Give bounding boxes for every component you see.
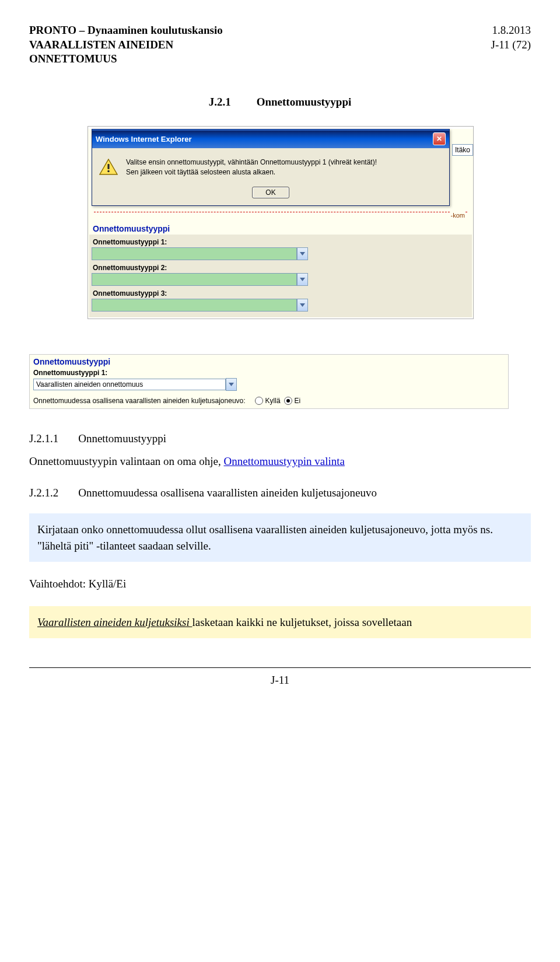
header-right: 1.8.2013 J-11 (72) — [491, 23, 531, 67]
dialog-line-2: Sen jälkeen voit täyttää selosteen alust… — [126, 167, 377, 177]
form2-title: Onnettomuustyyppi — [30, 355, 508, 368]
sub1-paragraph: Onnettomuustyypin valintaan on oma ohje,… — [29, 453, 531, 470]
form1-label-1: Onnettomuustyyppi 1: — [92, 237, 470, 247]
транспорт-vehicle-question-row: Onnettomuudessa osallisena vaarallisten … — [30, 393, 508, 408]
info-box-blue: Kirjataan onko onnettomuudessa ollut osa… — [29, 513, 531, 562]
dialog-titlebar: Windows Internet Explorer ✕ — [92, 130, 449, 148]
close-icon: ✕ — [436, 135, 442, 143]
ok-button[interactable]: OK — [252, 187, 289, 198]
dialog-title: Windows Internet Explorer — [96, 135, 192, 144]
chevron-down-icon[interactable] — [226, 378, 237, 391]
question-text: Onnettomuudessa osallisena vaarallisten … — [33, 397, 246, 405]
options-paragraph: Vaihtoehdot: Kyllä/Ei — [29, 576, 531, 592]
chevron-down-icon[interactable] — [297, 247, 308, 260]
obscured-red-text: -kom — [94, 212, 467, 221]
subheading-2: J.2.1.2 Onnettomuudessa osallisena vaara… — [29, 487, 531, 499]
svg-marker-4 — [300, 278, 305, 281]
sub1-number: J.2.1.1 — [29, 432, 58, 445]
accident-type-1-select[interactable]: Vaarallisten aineiden onnettomuus — [33, 379, 226, 390]
header-title-3: ONNETTOMUUS — [29, 52, 223, 67]
form2-label-1: Onnettomuustyyppi 1: — [30, 368, 508, 378]
footer-divider — [29, 667, 531, 668]
sub1-text: Onnettomuustyypin valintaan on oma ohje, — [29, 455, 224, 467]
section-number: J.2.1 — [209, 96, 231, 109]
dialog-line-1: Valitse ensin onnettomuustyypit, vähintä… — [126, 158, 377, 167]
radio-no[interactable] — [284, 397, 292, 405]
chevron-down-icon[interactable] — [297, 273, 308, 286]
header-title-2: VAARALLISTEN AINEIDEN — [29, 38, 223, 53]
form1-label-3: Onnettomuustyyppi 3: — [92, 288, 470, 299]
alert-dialog: Windows Internet Explorer ✕ Valitse ensi… — [92, 129, 450, 206]
footer-page: J-11 — [29, 674, 531, 687]
sub2-number: J.2.1.2 — [29, 487, 58, 499]
screenshot-dialog: Itäko Windows Internet Explorer ✕ Valit — [88, 126, 474, 319]
accident-type-1-dropdown[interactable] — [92, 247, 297, 260]
background-dropdown-fragment: Itäko — [452, 144, 473, 156]
sub2-title: Onnettomuudessa osallisena vaarallisten … — [78, 487, 377, 499]
yellow-rest: lasketaan kaikki ne kuljetukset, joissa … — [192, 616, 412, 628]
bluebox-text: Kirjataan onko onnettomuudessa ollut osa… — [37, 523, 493, 552]
header-left: PRONTO – Dynaaminen koulutuskansio VAARA… — [29, 23, 223, 67]
accident-type-3-dropdown[interactable] — [92, 299, 297, 312]
header-date: 1.8.2013 — [491, 23, 531, 38]
section-heading: J.2.1 Onnettomuustyyppi — [29, 96, 531, 109]
close-button[interactable]: ✕ — [433, 132, 446, 145]
svg-marker-5 — [300, 303, 305, 307]
header-page: J-11 (72) — [491, 38, 531, 53]
svg-marker-6 — [229, 383, 234, 386]
svg-rect-1 — [107, 164, 109, 169]
radio-yes[interactable] — [255, 397, 263, 405]
warning-icon — [99, 159, 118, 175]
yellow-lead: Vaarallisten aineiden kuljetuksiksi — [37, 616, 192, 628]
info-box-yellow: Vaarallisten aineiden kuljetuksiksi lask… — [29, 606, 531, 639]
dialog-message: Valitse ensin onnettomuustyypit, vähintä… — [126, 158, 377, 177]
subheading-1: J.2.1.1 Onnettomuustyyppi — [29, 432, 531, 445]
kom-fragment: -kom — [451, 212, 465, 219]
form1-label-2: Onnettomuustyyppi 2: — [92, 263, 470, 273]
radio-yes-label: Kyllä — [265, 397, 281, 405]
radio-no-label: Ei — [295, 397, 301, 405]
radio-dot-icon — [286, 399, 290, 403]
accident-type-2-dropdown[interactable] — [92, 273, 297, 286]
screenshot-form2: Onnettomuustyyppi Onnettomuustyyppi 1: V… — [29, 354, 509, 409]
section-title: Onnettomuustyyppi — [257, 96, 352, 109]
svg-point-2 — [107, 170, 110, 173]
form1: Onnettomuustyyppi 1: Onnettomuustyyppi 2… — [89, 235, 472, 317]
svg-marker-3 — [300, 252, 305, 256]
selection-link[interactable]: Onnettomuustyypin valinta — [224, 455, 345, 467]
sub1-title: Onnettomuustyyppi — [78, 432, 166, 445]
form1-title: Onnettomuustyyppi — [88, 221, 473, 235]
page-header: PRONTO – Dynaaminen koulutuskansio VAARA… — [29, 23, 531, 67]
header-title-1: PRONTO – Dynaaminen koulutuskansio — [29, 23, 223, 38]
chevron-down-icon[interactable] — [297, 299, 308, 312]
